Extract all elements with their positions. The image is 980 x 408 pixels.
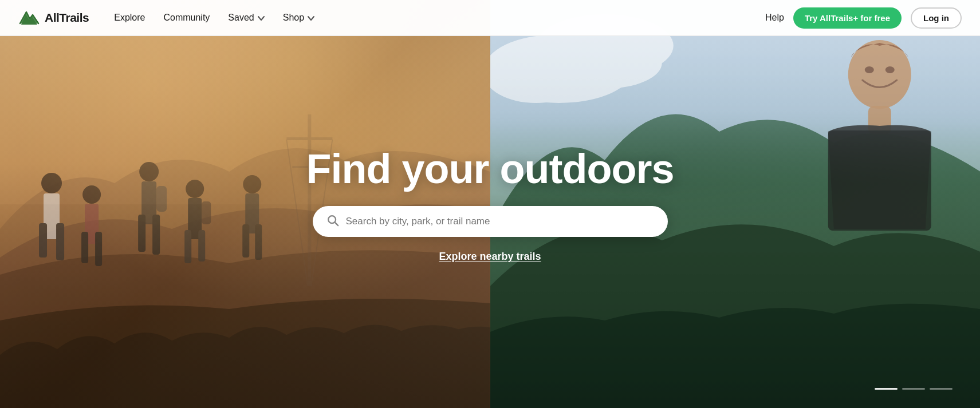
alltrails-logo[interactable]: AllTrails <box>18 7 89 28</box>
try-alltrails-plus-button[interactable]: Try AllTrails+ for free <box>793 7 902 29</box>
explore-nearby-link[interactable]: Explore nearby trails <box>439 251 541 263</box>
nav-right: Help Try AllTrails+ for free Log in <box>765 7 962 29</box>
nav-saved[interactable]: Saved <box>221 8 271 27</box>
slide-dot-3[interactable] <box>930 388 953 390</box>
search-bar <box>313 206 668 237</box>
search-input[interactable] <box>346 216 654 227</box>
nav-links: Explore Community Saved Shop <box>107 8 765 27</box>
slide-indicators <box>875 388 953 390</box>
slide-dot-1[interactable] <box>875 388 898 390</box>
hero-section: Find your outdoors Explore nearby trails <box>0 0 980 408</box>
navbar: AllTrails Explore Community Saved Shop <box>0 0 980 36</box>
hero-content: Find your outdoors Explore nearby trails <box>0 0 980 408</box>
saved-chevron-icon <box>258 13 265 23</box>
hero-title: Find your outdoors <box>306 145 674 192</box>
shop-chevron-icon <box>308 13 314 23</box>
nav-community[interactable]: Community <box>156 8 217 27</box>
nav-shop[interactable]: Shop <box>276 8 321 27</box>
search-icon <box>326 214 339 229</box>
alltrails-logo-icon <box>18 7 40 28</box>
logo-text: AllTrails <box>45 11 89 25</box>
svg-line-42 <box>334 223 338 226</box>
help-link[interactable]: Help <box>765 13 784 23</box>
slide-dot-2[interactable] <box>902 388 925 390</box>
login-button[interactable]: Log in <box>911 7 962 29</box>
nav-explore[interactable]: Explore <box>107 8 152 27</box>
